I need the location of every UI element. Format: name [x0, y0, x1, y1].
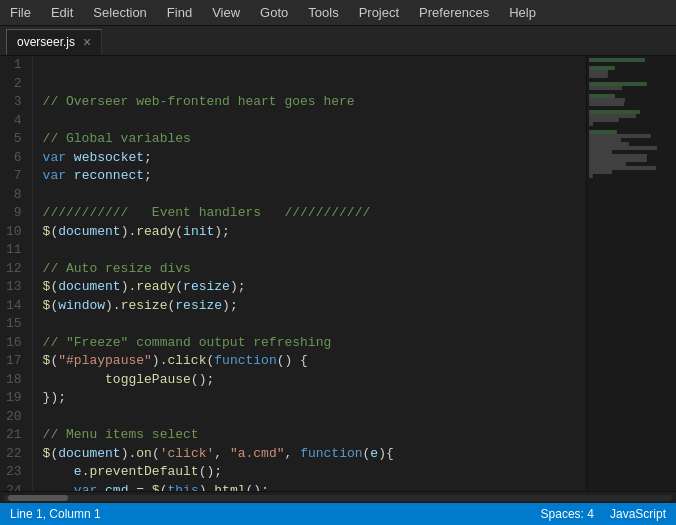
line-number: 21: [6, 426, 22, 445]
code-line: // Global variables: [43, 130, 586, 149]
code-line: // "Freeze" command output refreshing: [43, 334, 586, 353]
language-indicator: JavaScript: [610, 507, 666, 521]
code-line: $(document).ready(init);: [43, 223, 586, 242]
menu-find[interactable]: Find: [157, 2, 202, 23]
menu-selection[interactable]: Selection: [83, 2, 156, 23]
code-line: var cmd = $(this).html();: [43, 482, 586, 492]
tabbar: overseer.js ×: [0, 26, 676, 56]
line-number: 6: [6, 149, 22, 168]
statusbar: Line 1, Column 1 Spaces: 4 JavaScript: [0, 503, 676, 525]
cursor-position: Line 1, Column 1: [10, 507, 101, 521]
code-line: $(document).ready(resize);: [43, 278, 586, 297]
line-number: 24: [6, 482, 22, 492]
line-number: 13: [6, 278, 22, 297]
line-number: 12: [6, 260, 22, 279]
menu-file[interactable]: File: [0, 2, 41, 23]
line-number: 10: [6, 223, 22, 242]
tab-close-button[interactable]: ×: [83, 35, 91, 49]
code-line: // Overseer web-frontend heart goes here: [43, 93, 586, 112]
line-number: 18: [6, 371, 22, 390]
spaces-indicator: Spaces: 4: [541, 507, 594, 521]
editor-container: 1234567891011121314151617181920212223242…: [0, 56, 676, 491]
code-line: // Menu items select: [43, 426, 586, 445]
code-line: [43, 186, 586, 205]
code-line: var websocket;: [43, 149, 586, 168]
menu-help[interactable]: Help: [499, 2, 546, 23]
minimap: [586, 56, 676, 491]
line-number: 3: [6, 93, 22, 112]
code-line: $(window).resize(resize);: [43, 297, 586, 316]
horizontal-scrollbar[interactable]: [0, 491, 676, 503]
line-number: 2: [6, 75, 22, 94]
line-number: 17: [6, 352, 22, 371]
code-line: togglePause();: [43, 371, 586, 390]
code-line: $("#playpause").click(function() {: [43, 352, 586, 371]
menu-tools[interactable]: Tools: [298, 2, 348, 23]
menu-preferences[interactable]: Preferences: [409, 2, 499, 23]
code-content[interactable]: // Overseer web-frontend heart goes here…: [33, 56, 586, 491]
line-number: 14: [6, 297, 22, 316]
line-number: 4: [6, 112, 22, 131]
line-number: 1: [6, 56, 22, 75]
code-area[interactable]: 1234567891011121314151617181920212223242…: [0, 56, 586, 491]
code-line: var reconnect;: [43, 167, 586, 186]
code-line: [43, 408, 586, 427]
menu-view[interactable]: View: [202, 2, 250, 23]
scrollbar-track[interactable]: [4, 495, 672, 501]
code-line: $(document).on('click', "a.cmd", functio…: [43, 445, 586, 464]
code-line: [43, 315, 586, 334]
code-line: e.preventDefault();: [43, 463, 586, 482]
line-number: 9: [6, 204, 22, 223]
code-line: /////////// Event handlers ///////////: [43, 204, 586, 223]
line-number: 23: [6, 463, 22, 482]
line-numbers: 1234567891011121314151617181920212223242…: [0, 56, 33, 491]
code-line: });: [43, 389, 586, 408]
code-line: [43, 241, 586, 260]
menubar: File Edit Selection Find View Goto Tools…: [0, 0, 676, 26]
minimap-content: [587, 56, 676, 184]
line-number: 8: [6, 186, 22, 205]
menu-edit[interactable]: Edit: [41, 2, 83, 23]
tab-filename: overseer.js: [17, 35, 75, 49]
line-number: 15: [6, 315, 22, 334]
code-line: // Auto resize divs: [43, 260, 586, 279]
tab-overseer[interactable]: overseer.js ×: [6, 29, 102, 55]
line-number: 16: [6, 334, 22, 353]
line-number: 5: [6, 130, 22, 149]
line-number: 11: [6, 241, 22, 260]
line-number: 7: [6, 167, 22, 186]
line-number: 19: [6, 389, 22, 408]
line-number: 22: [6, 445, 22, 464]
code-line: [43, 112, 586, 131]
line-number: 20: [6, 408, 22, 427]
scrollbar-thumb[interactable]: [8, 495, 68, 501]
menu-goto[interactable]: Goto: [250, 2, 298, 23]
menu-project[interactable]: Project: [349, 2, 409, 23]
